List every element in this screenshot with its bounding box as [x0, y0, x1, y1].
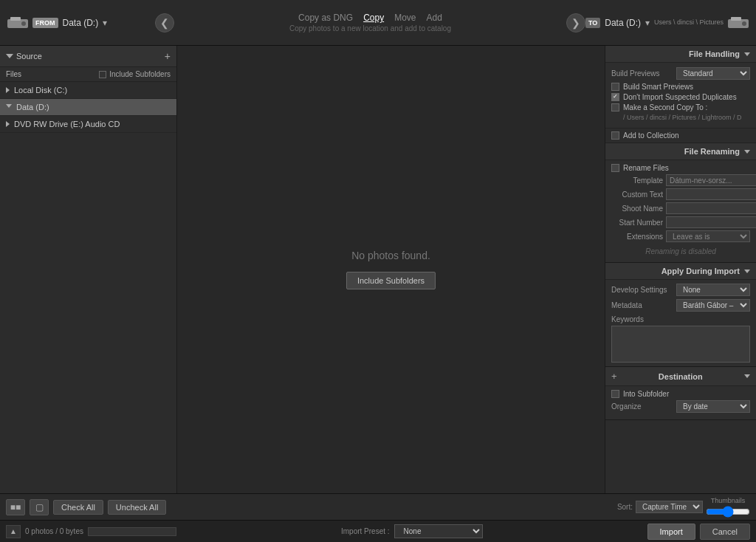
rename-files-row: Rename Files — [611, 164, 750, 172]
custom-text-field[interactable] — [666, 188, 756, 200]
sort-select[interactable]: Capture Time — [636, 501, 703, 513]
add-collection-row: Add to Collection — [605, 128, 756, 143]
drive-item-local-c[interactable]: Local Disk (C:) — [0, 82, 176, 99]
metadata-select[interactable]: Baráth Gábor – Attr... — [676, 299, 750, 312]
add-collection-label: Add to Collection — [623, 131, 679, 140]
uncheck-all-button[interactable]: Uncheck All — [108, 500, 166, 515]
organize-label: Organize — [611, 402, 642, 411]
source-drive-icon — [7, 16, 28, 30]
dont-import-checkbox[interactable] — [611, 93, 619, 101]
source-add-button[interactable]: + — [165, 50, 171, 62]
file-renaming-header: File Renaming — [605, 143, 756, 160]
file-handling-content: Build Previews Standard Build Smart Prev… — [605, 63, 756, 128]
dest-drive-icon — [728, 16, 749, 30]
destination-plus-label[interactable]: + — [611, 371, 617, 382]
destination-drive-area: TO Data (D:) ▾ Users \ dincsi \ Pictures — [585, 16, 749, 30]
drive-expand-icon-d — [6, 104, 12, 111]
build-smart-previews-row: Build Smart Previews — [611, 83, 750, 91]
build-previews-select[interactable]: Standard — [676, 67, 750, 80]
source-drive-arrow: ▾ — [103, 18, 107, 28]
source-drive-area: FROM Data (D:) ▾ — [7, 16, 155, 30]
metadata-label: Metadata — [611, 301, 642, 309]
custom-text-row: Custom Text — [611, 188, 750, 200]
shoot-name-field[interactable] — [666, 202, 756, 214]
drive-expand-icon — [6, 87, 10, 93]
photo-count: 0 photos / 0 bytes — [25, 527, 83, 535]
rename-files-checkbox[interactable] — [611, 164, 619, 172]
status-left: ▲ 0 photos / 0 bytes — [6, 525, 176, 538]
second-copy-checkbox[interactable] — [611, 103, 619, 112]
file-renaming-content: Rename Files Template Custom Text Shoot … — [605, 160, 756, 263]
dont-import-label: Don't Import Suspected Duplicates — [623, 93, 737, 101]
source-collapse-icon[interactable] — [6, 54, 13, 58]
shoot-name-label: Shoot Name — [611, 205, 663, 213]
destination-title: Destination — [659, 372, 703, 381]
import-preset-label: Import Preset : — [341, 527, 390, 535]
drive-item-dvd-e[interactable]: DVD RW Drive (E:) Audio CD — [0, 116, 176, 133]
left-panel: Source + Files Include Subfolders Local … — [0, 46, 177, 493]
loupe-view-button[interactable]: ▢ — [30, 499, 49, 515]
thumbnails-range[interactable] — [706, 506, 750, 518]
drive-item-data-d[interactable]: Data (D:) — [0, 99, 176, 116]
destination-header: + Destination — [605, 367, 756, 386]
include-subfolders-checkbox[interactable] — [99, 71, 106, 78]
check-all-button[interactable]: Check All — [53, 500, 103, 515]
file-handling-header: File Handling — [605, 46, 756, 63]
dest-path: Users \ dincsi \ Pictures — [654, 18, 724, 27]
build-smart-previews-checkbox[interactable] — [611, 83, 619, 91]
import-preset-select[interactable]: None — [394, 524, 483, 538]
move-mode[interactable]: Move — [394, 13, 416, 23]
keywords-section: Keywords — [611, 315, 750, 363]
rename-files-label: Rename Files — [623, 164, 669, 172]
nav-arrow-left: ❮ — [155, 13, 174, 32]
back-arrow-button[interactable]: ❮ — [155, 13, 174, 32]
to-badge: TO — [585, 18, 600, 28]
apply-during-import-collapse-icon[interactable] — [744, 270, 750, 273]
keywords-label: Keywords — [611, 315, 644, 323]
shoot-name-row: Shoot Name — [611, 202, 750, 214]
add-mode[interactable]: Add — [426, 13, 441, 23]
template-field[interactable] — [666, 174, 756, 186]
keywords-input[interactable] — [611, 326, 750, 363]
template-row: Template — [611, 174, 750, 186]
copy-as-dng-mode[interactable]: Copy as DNG — [298, 13, 353, 23]
destination-collapse-icon[interactable] — [744, 374, 750, 378]
file-renaming-title: File Renaming — [684, 147, 740, 156]
dest-drive-label: Data (D:) — [605, 18, 641, 28]
svg-rect-4 — [731, 17, 741, 21]
second-copy-path: / Users / dincsi / Pictures / Lightroom … — [623, 114, 750, 121]
copy-mode-area: Copy as DNG Copy Move Add Copy photos to… — [174, 13, 566, 32]
include-subfolders-button[interactable]: Include Subfolders — [346, 272, 436, 289]
renaming-disabled-text: Renaming is disabled — [611, 244, 750, 258]
svg-point-5 — [742, 21, 746, 26]
cancel-button[interactable]: Cancel — [700, 524, 750, 540]
expand-button[interactable]: ▲ — [6, 525, 21, 538]
copy-mode[interactable]: Copy — [363, 13, 384, 23]
into-subfolder-checkbox[interactable] — [611, 390, 619, 398]
action-buttons: Import Cancel — [647, 524, 750, 540]
thumbnails-label: Thumbnails — [711, 497, 746, 504]
into-subfolder-row: Into Subfolder — [611, 390, 750, 398]
add-collection-checkbox[interactable] — [611, 131, 619, 140]
develop-settings-label: Develop Settings — [611, 286, 667, 294]
develop-settings-select[interactable]: None — [676, 284, 750, 296]
grid-view-button[interactable]: ■■ — [6, 499, 25, 515]
top-bar: FROM Data (D:) ▾ ❮ Copy as DNG Copy Move… — [0, 0, 756, 46]
file-renaming-collapse-icon[interactable] — [744, 150, 750, 154]
file-handling-collapse-icon[interactable] — [744, 52, 750, 56]
copy-subtitle: Copy photos to a new location and add to… — [174, 24, 566, 32]
import-button[interactable]: Import — [647, 524, 695, 540]
start-number-label: Start Number — [611, 219, 663, 227]
source-drive-label: Data (D:) — [63, 18, 99, 28]
start-number-field[interactable] — [666, 216, 756, 228]
drive-list: Local Disk (C:) Data (D:) DVD RW Drive (… — [0, 82, 176, 493]
organize-select[interactable]: By date — [676, 400, 750, 413]
right-panel: File Handling Build Previews Standard Bu… — [605, 46, 756, 493]
source-panel-header: Source + — [0, 46, 176, 67]
build-previews-label: Build Previews — [611, 69, 660, 78]
extension-select[interactable]: Leave as is — [666, 230, 750, 242]
forward-arrow-button[interactable]: ❯ — [566, 13, 585, 32]
svg-point-2 — [21, 21, 26, 26]
organize-row: Organize By date — [611, 400, 750, 413]
destination-content: Into Subfolder Organize By date — [605, 386, 756, 419]
